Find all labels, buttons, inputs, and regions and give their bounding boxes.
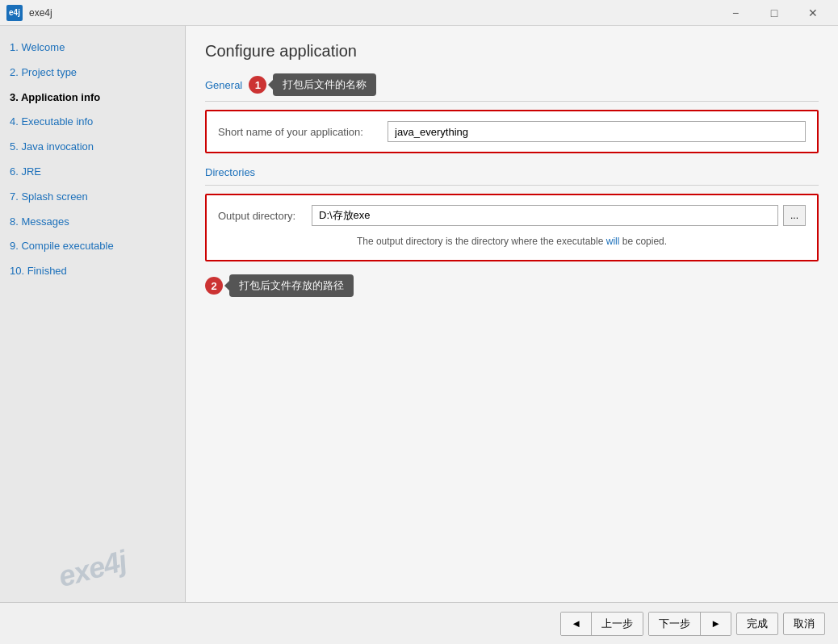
window-title: exe4j xyxy=(29,7,717,19)
sidebar-watermark: exe4j xyxy=(0,529,186,602)
prev-button[interactable]: 上一步 xyxy=(592,613,643,635)
prev-button-group: ◄ 上一步 xyxy=(560,612,643,636)
window-controls: − □ ✕ xyxy=(717,0,832,26)
titlebar: e4j exe4j − □ ✕ xyxy=(0,0,838,26)
app-icon: e4j xyxy=(6,5,23,21)
sidebar-item-finished[interactable]: 10. Finished xyxy=(0,259,185,284)
cancel-button[interactable]: 取消 xyxy=(783,613,825,635)
main-content: 1. Welcome 2. Project type 3. Applicatio… xyxy=(0,26,838,602)
next-arrow-button[interactable]: ► xyxy=(701,613,731,635)
app-name-row: Short name of your application: xyxy=(218,121,806,142)
sidebar: 1. Welcome 2. Project type 3. Applicatio… xyxy=(0,26,186,602)
app-container: 1. Welcome 2. Project type 3. Applicatio… xyxy=(0,26,838,644)
output-dir-row: Output directory: ... xyxy=(218,205,806,226)
content-area: Configure application General 1 打包后文件的名称… xyxy=(186,26,838,602)
badge-1: 1 xyxy=(249,76,266,94)
sidebar-item-java-invocation[interactable]: 5. Java invocation xyxy=(0,135,185,160)
browse-button[interactable]: ... xyxy=(783,205,806,226)
sidebar-item-messages[interactable]: 8. Messages xyxy=(0,210,185,235)
next-button-group: 下一步 ► xyxy=(648,612,731,636)
general-divider xyxy=(205,101,819,102)
general-annotation: General 1 打包后文件的名称 xyxy=(205,73,819,96)
sidebar-item-application-info[interactable]: 3. Application info xyxy=(0,86,185,111)
close-button[interactable]: ✕ xyxy=(794,0,832,26)
help-text: The output directory is the directory wh… xyxy=(218,232,806,250)
sidebar-item-compile-executable[interactable]: 9. Compile executable xyxy=(0,234,185,259)
directories-annotation: 2 打包后文件存放的路径 xyxy=(205,274,819,297)
general-section-box: Short name of your application: xyxy=(205,110,819,153)
tooltip-1: 打包后文件的名称 xyxy=(273,73,376,96)
sidebar-item-executable-info[interactable]: 4. Executable info xyxy=(0,110,185,135)
prev-arrow-button[interactable]: ◄ xyxy=(561,613,592,635)
sidebar-item-jre[interactable]: 6. JRE xyxy=(0,160,185,185)
general-section-label: General xyxy=(205,79,242,91)
sidebar-item-project-type[interactable]: 2. Project type xyxy=(0,61,185,86)
sidebar-item-splash-screen[interactable]: 7. Splash screen xyxy=(0,185,185,210)
output-dir-label: Output directory: xyxy=(218,210,307,222)
badge-2: 2 xyxy=(205,277,223,295)
sidebar-item-welcome[interactable]: 1. Welcome xyxy=(0,36,185,61)
tooltip-2: 打包后文件存放的路径 xyxy=(229,274,354,297)
bottom-bar: ◄ 上一步 下一步 ► 完成 取消 xyxy=(0,602,838,644)
app-name-input[interactable] xyxy=(388,121,806,142)
directories-divider xyxy=(205,185,819,186)
directories-section-box: Output directory: ... The output directo… xyxy=(205,194,819,261)
directories-section-label: Directories xyxy=(205,166,255,178)
minimize-button[interactable]: − xyxy=(717,0,754,26)
output-dir-input[interactable] xyxy=(312,205,778,226)
finish-button[interactable]: 完成 xyxy=(736,613,778,635)
next-button[interactable]: 下一步 xyxy=(649,613,701,635)
page-title: Configure application xyxy=(205,42,819,61)
app-name-label: Short name of your application: xyxy=(218,126,379,138)
maximize-button[interactable]: □ xyxy=(756,0,793,26)
